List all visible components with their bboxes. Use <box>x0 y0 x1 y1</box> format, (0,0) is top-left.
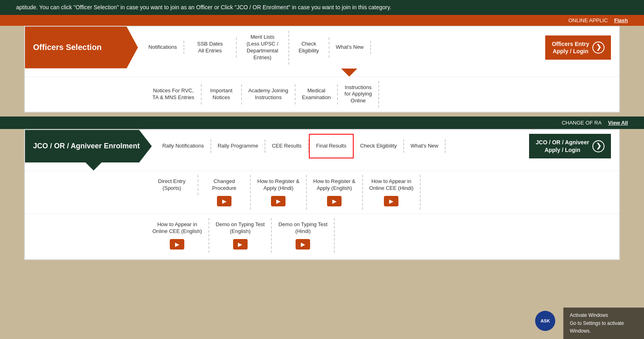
jco-triangle-icon <box>85 162 102 171</box>
flash-link[interactable]: Flash <box>614 17 628 23</box>
nav-demo-typing-hindi[interactable]: Demo on Typing Test(Hindi) ▶ <box>272 218 335 253</box>
appear-english-video-btn[interactable]: ▶ <box>170 239 184 250</box>
nav-academy-joining[interactable]: Academy JoiningInstructions <box>242 84 296 104</box>
officers-section: Officers Selection Notifications SSB Dat… <box>24 26 620 112</box>
officers-section-label: Officers Selection <box>25 27 138 69</box>
ask-icon[interactable]: ASK <box>535 311 555 331</box>
nav-medical-examination[interactable]: MedicalExamination <box>296 84 338 104</box>
nav-cee-results[interactable]: CEE Results <box>265 139 309 153</box>
jco-nav-row-3: How to Appear inOnline CEE (English) ▶ D… <box>25 214 619 259</box>
top-banner-text: aptitude. You can click "Officer Selecti… <box>16 4 391 10</box>
register-english-video-btn[interactable]: ▶ <box>327 196 342 206</box>
nav-how-to-register-english[interactable]: How to Register &Apply (English) ▶ <box>307 175 363 210</box>
jco-entry-btn-text: JCO / OR / AgniveerApply / Login <box>536 139 589 153</box>
appear-hindi-video-btn[interactable]: ▶ <box>384 196 398 206</box>
nav-whats-new[interactable]: What's New <box>329 41 371 54</box>
nav-instructions-applying[interactable]: Instructionsfor ApplyingOnline <box>338 81 379 108</box>
nav-direct-entry-sports[interactable]: Direct Entry(Sports) <box>146 175 198 195</box>
nav-demo-typing-english[interactable]: Demo on Typing Test(English) ▶ <box>209 218 272 253</box>
nav-check-eligibility-jco[interactable]: Check Eligibility <box>354 139 404 153</box>
jco-entry-arrow-icon: ❯ <box>592 140 604 152</box>
nav-notifications[interactable]: Notifications <box>142 41 184 54</box>
jco-nav-row-1: JCO / OR / Agniveer Enrolment Rally Noti… <box>25 130 619 162</box>
register-hindi-video-btn[interactable]: ▶ <box>271 196 286 206</box>
jco-section-label: JCO / OR / Agniveer Enrolment <box>25 130 152 162</box>
typing-hindi-video-btn[interactable]: ▶ <box>296 239 310 250</box>
change-label: CHANGE OF RA <box>562 120 602 126</box>
nav-check-eligibility[interactable]: CheckEligibility <box>289 37 329 58</box>
changed-procedure-video-btn[interactable]: ▶ <box>217 196 231 206</box>
nav-changed-procedure[interactable]: ChangedProcedure ▶ <box>198 175 251 210</box>
nav-rally-notifications[interactable]: Rally Notifications <box>156 139 211 153</box>
top-banner: aptitude. You can click "Officer Selecti… <box>0 0 644 15</box>
jco-section: JCO / OR / Agniveer Enrolment Rally Noti… <box>24 129 620 260</box>
nav-rally-programme[interactable]: Rally Programme <box>211 139 265 153</box>
officers-entry-btn-text: Officers EntryApply / Login <box>552 40 589 55</box>
dark-bar: CHANGE OF RA View All <box>0 116 644 129</box>
jco-nav-row-2: Direct Entry(Sports) ChangedProcedure ▶ … <box>25 171 619 214</box>
officers-nav-items-top: Notifications SSB DatesAll Entries Merit… <box>142 27 619 69</box>
nav-notices-rvc[interactable]: Notices For RVC,TA & MNS Entries <box>146 84 202 104</box>
activate-line2: Go to Settings to activate Windows. <box>570 320 638 335</box>
nav-important-notices[interactable]: ImportantNotices <box>202 84 242 104</box>
officers-nav-row-1: Officers Selection Notifications SSB Dat… <box>25 27 619 69</box>
nav-whats-new-jco[interactable]: What's New <box>404 139 446 153</box>
activate-windows-watermark: Activate Windows Go to Settings to activ… <box>563 308 644 339</box>
activate-line1: Activate Windows <box>570 312 638 319</box>
nav-final-results[interactable]: Final Results <box>309 134 354 158</box>
jco-nav-items: Rally Notifications Rally Programme CEE … <box>156 130 619 162</box>
officers-triangle-icon <box>341 69 357 77</box>
nav-how-to-register-hindi[interactable]: How to Register &Apply (Hindi) ▶ <box>251 175 307 210</box>
nav-ssb-dates[interactable]: SSB DatesAll Entries <box>184 37 237 58</box>
view-all-link[interactable]: View All <box>608 120 628 126</box>
officers-entry-arrow-icon: ❯ <box>592 42 604 54</box>
nav-how-to-appear-english[interactable]: How to Appear inOnline CEE (English) ▶ <box>146 218 209 253</box>
nav-merit-lists[interactable]: Merit Lists(Less UPSC /DepartmentalEntri… <box>237 31 289 64</box>
officers-nav-row-2: Notices For RVC,TA & MNS Entries Importa… <box>25 77 619 112</box>
officers-entry-button[interactable]: Officers EntryApply / Login ❯ <box>545 35 611 60</box>
jco-entry-button[interactable]: JCO / OR / AgniveerApply / Login ❯ <box>529 134 611 158</box>
nav-how-to-appear-hindi[interactable]: How to Appear inOnline CEE (Hindi) ▶ <box>363 175 421 210</box>
typing-english-video-btn[interactable]: ▶ <box>233 239 248 250</box>
online-applic-label: ONLINE APPLIC <box>568 17 608 23</box>
orange-bar: ONLINE APPLIC Flash <box>0 15 644 26</box>
